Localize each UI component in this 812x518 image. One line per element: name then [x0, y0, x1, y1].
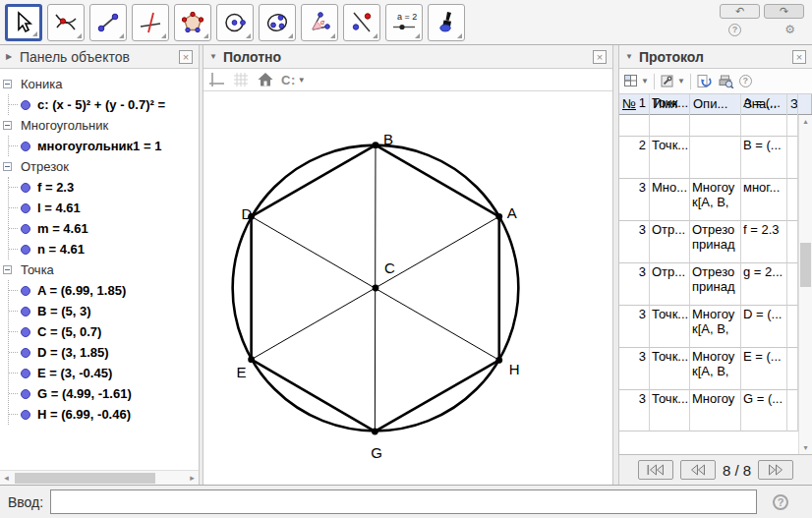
command-input[interactable]	[50, 489, 757, 514]
collapse-minus-icon[interactable]	[3, 265, 12, 274]
collapse-minus-icon[interactable]	[3, 80, 12, 88]
point-B[interactable]	[373, 142, 379, 148]
close-icon[interactable]: ×	[792, 50, 806, 64]
scrollbar-thumb[interactable]	[800, 243, 811, 287]
segment-GE[interactable]	[252, 360, 376, 432]
tree-category-segment[interactable]: Отрезок	[0, 156, 199, 177]
undo-button[interactable]: ↶	[720, 4, 760, 19]
point-A[interactable]	[495, 213, 502, 220]
panel-divider[interactable]	[612, 45, 619, 485]
tree-item-point-b[interactable]: B = (5, 3)	[9, 301, 199, 321]
table-row[interactable]: 3 Отр... Отрезопринад f = 2.3	[619, 221, 798, 263]
object-visibility-dot[interactable]	[21, 286, 30, 296]
tree-item-point-g[interactable]: G = (4.99, -1.61)	[9, 383, 199, 404]
table-row[interactable]: 3 Точк... Многоук[A, B, D = (...	[619, 306, 798, 348]
object-visibility-dot[interactable]	[21, 307, 30, 317]
conic-tool-button[interactable]	[259, 4, 296, 41]
tool-dropdown-arrow[interactable]	[32, 31, 37, 36]
tree-item-segment-l[interactable]: l = 4.61	[9, 198, 199, 218]
tree-item-point-c[interactable]: C = (5, 0.7)	[9, 321, 199, 342]
angle-tool-button[interactable]: α	[301, 4, 338, 41]
tree-category-polygon[interactable]: Многоугольник	[0, 115, 199, 136]
segment-tool-button[interactable]	[89, 4, 127, 41]
graphics-view[interactable]: ABCDEGH	[203, 91, 612, 484]
point-G[interactable]	[372, 429, 378, 435]
object-visibility-dot[interactable]	[21, 389, 30, 399]
home-view-icon[interactable]	[257, 71, 274, 88]
refresh-button[interactable]	[696, 74, 713, 89]
object-visibility-dot[interactable]	[21, 142, 30, 151]
object-visibility-dot[interactable]	[21, 348, 30, 358]
scroll-right-icon[interactable]: ▸	[186, 473, 199, 483]
slider-tool-button[interactable]: a = 2	[385, 4, 423, 41]
object-visibility-dot[interactable]	[21, 245, 30, 255]
point-capturing-menu[interactable]: C: ▼	[281, 73, 306, 87]
tool-dropdown-arrow[interactable]	[77, 33, 82, 38]
input-help-icon[interactable]: ?	[773, 494, 788, 510]
help-icon[interactable]: ?	[728, 24, 741, 36]
tool-dropdown-arrow[interactable]	[288, 33, 293, 38]
segment-DB[interactable]	[252, 145, 376, 217]
show-grid-icon[interactable]	[232, 71, 250, 88]
table-row[interactable]: 1 Точк... A = (...	[619, 94, 798, 137]
move-tool-button[interactable]	[5, 4, 42, 41]
table-row[interactable]: 3 Мно... Многоук[A, B, мног...	[619, 179, 798, 221]
object-visibility-dot[interactable]	[21, 410, 30, 420]
tree-category-point[interactable]: Точка	[0, 259, 199, 280]
columns-menu-button[interactable]: ▼	[623, 74, 649, 88]
tool-dropdown-arrow[interactable]	[246, 33, 251, 38]
next-step-button[interactable]	[758, 460, 793, 480]
point-tool-button[interactable]	[47, 4, 85, 41]
tool-dropdown-arrow[interactable]	[457, 33, 462, 38]
segment-BA[interactable]	[376, 145, 499, 217]
show-axes-icon[interactable]	[207, 71, 225, 88]
export-print-button[interactable]	[718, 74, 734, 89]
scroll-down-icon[interactable]: ▾	[799, 443, 812, 452]
tool-dropdown-arrow[interactable]	[161, 33, 166, 38]
table-row[interactable]: 3 Точк... Многоук[A, B, E = (...	[619, 348, 798, 390]
close-icon[interactable]: ×	[593, 50, 607, 64]
tree-item-point-d[interactable]: D = (3, 1.85)	[9, 342, 199, 363]
options-menu-button[interactable]: ▼	[660, 74, 685, 88]
table-row[interactable]: 3 Точк... Многоу G = (...	[619, 390, 798, 432]
tool-dropdown-arrow[interactable]	[203, 33, 208, 38]
circle-tool-button[interactable]	[216, 4, 254, 41]
tool-dropdown-arrow[interactable]	[330, 33, 335, 38]
tree-item-segment-f[interactable]: f = 2.3	[9, 177, 199, 198]
collapse-down-icon[interactable]: ▼	[625, 52, 635, 61]
scroll-up-icon[interactable]: ▴	[799, 117, 812, 126]
tree-item-conic-c[interactable]: c: (x - 5)² + (y - 0.7)² =	[9, 94, 199, 115]
table-row[interactable]: 2 Точк... B = (...	[619, 137, 798, 179]
close-icon[interactable]: ×	[179, 50, 193, 64]
protocol-help-icon[interactable]: ?	[739, 75, 752, 87]
collapse-minus-icon[interactable]	[3, 121, 12, 130]
copy-style-tool-button[interactable]	[428, 4, 465, 41]
previous-step-button[interactable]	[680, 460, 716, 480]
polygon-tool-button[interactable]	[174, 4, 211, 41]
scrollbar-thumb[interactable]	[15, 473, 155, 484]
object-visibility-dot[interactable]	[21, 327, 30, 337]
object-visibility-dot[interactable]	[21, 203, 30, 213]
tree-item-segment-n[interactable]: n = 4.61	[9, 239, 199, 259]
reflection-tool-button[interactable]	[343, 4, 380, 41]
point-C[interactable]	[373, 285, 379, 292]
gear-icon[interactable]: ⚙	[784, 24, 795, 36]
tree-item-point-e[interactable]: E = (3, -0.45)	[9, 363, 199, 383]
tree-item-point-a[interactable]: A = (6.99, 1.85)	[9, 280, 199, 301]
tree-item-polygon1[interactable]: многоугольник1 = 1	[9, 136, 199, 156]
tool-dropdown-arrow[interactable]	[415, 33, 420, 38]
tree-category-conic[interactable]: Коника	[0, 74, 199, 94]
object-visibility-dot[interactable]	[21, 183, 30, 193]
collapse-down-icon[interactable]: ▼	[209, 52, 219, 61]
object-visibility-dot[interactable]	[21, 100, 30, 110]
table-row[interactable]: 3 Отр... Отрезопринад g = 2...	[619, 263, 798, 306]
tool-dropdown-arrow[interactable]	[119, 33, 124, 38]
tool-dropdown-arrow[interactable]	[373, 33, 377, 38]
object-visibility-dot[interactable]	[21, 224, 30, 234]
point-E[interactable]	[248, 356, 255, 363]
first-step-button[interactable]	[638, 460, 673, 480]
tree-item-point-h[interactable]: H = (6.99, -0.46)	[9, 404, 199, 425]
object-visibility-dot[interactable]	[21, 369, 30, 378]
segment-HG[interactable]	[375, 360, 498, 432]
perpendicular-line-tool-button[interactable]	[132, 4, 169, 41]
